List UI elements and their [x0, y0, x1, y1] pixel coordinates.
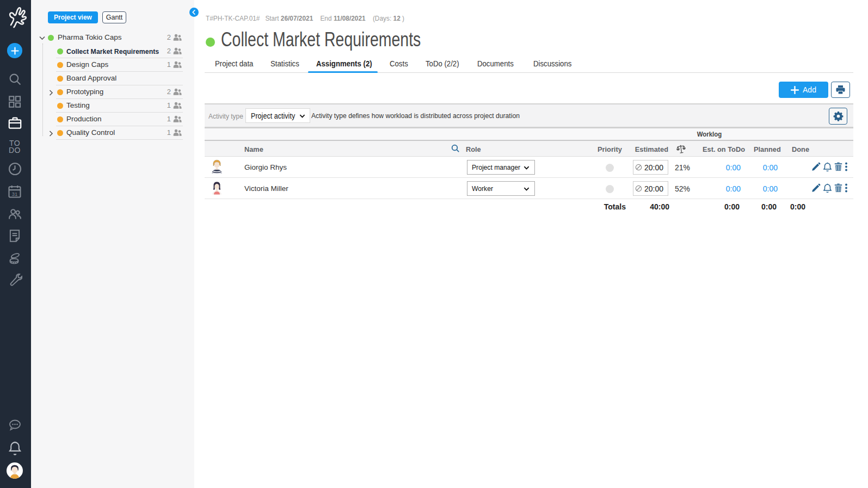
- svg-text:31: 31: [12, 192, 17, 197]
